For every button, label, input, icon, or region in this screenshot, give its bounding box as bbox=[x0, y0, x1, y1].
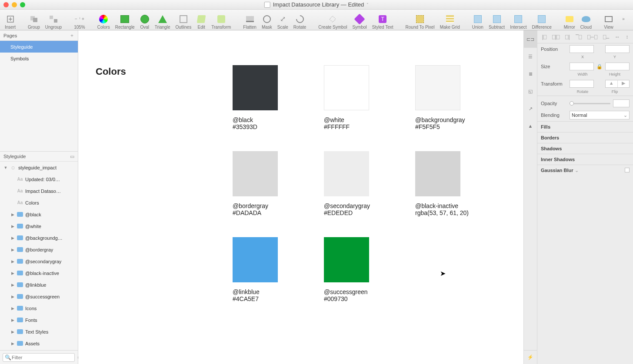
color-swatch[interactable]: @secondarygray#EDEDED bbox=[324, 151, 415, 216]
y-input[interactable] bbox=[605, 45, 630, 53]
align-bottom-icon[interactable]: ⎕⎽ bbox=[603, 34, 609, 40]
layer-row[interactable]: AaImpact Dataso… bbox=[0, 185, 78, 197]
chevron-down-icon[interactable]: ˅ bbox=[366, 3, 369, 7]
maximize-icon[interactable] bbox=[20, 2, 25, 7]
insert-button[interactable]: Insert bbox=[3, 10, 18, 30]
opacity-input[interactable] bbox=[613, 99, 630, 107]
layer-row[interactable]: ▶Icons bbox=[0, 302, 78, 314]
layer-row[interactable]: ▶@successgreen bbox=[0, 291, 78, 302]
make-grid-button[interactable]: Make Grid bbox=[438, 10, 462, 30]
oval-button[interactable]: Oval bbox=[138, 10, 152, 30]
layer-row[interactable]: ▶@white bbox=[0, 220, 78, 232]
tab-vector[interactable]: ↗ bbox=[524, 100, 537, 117]
ungroup-button[interactable]: Ungroup bbox=[43, 10, 64, 30]
disclosure-icon[interactable]: ▶ bbox=[10, 341, 15, 346]
flip-h-icon[interactable]: ▲ bbox=[606, 80, 618, 87]
disclosure-icon[interactable]: ▶ bbox=[10, 306, 15, 311]
tab-image[interactable]: ▲ bbox=[524, 117, 537, 135]
disclosure-icon[interactable]: ▼ bbox=[3, 165, 8, 170]
align-vcenter-icon[interactable]: ⎕─⎕ bbox=[587, 34, 597, 40]
blending-select[interactable]: Normal⌄ bbox=[570, 111, 630, 119]
disclosure-icon[interactable]: ▶ bbox=[10, 212, 15, 217]
zoom-in-icon[interactable]: + bbox=[82, 17, 84, 21]
close-icon[interactable] bbox=[3, 2, 9, 7]
layer-row[interactable]: ▶@backgroundg… bbox=[0, 232, 78, 244]
zoom-control[interactable]: − + 105% bbox=[72, 10, 87, 30]
create-symbol-button[interactable]: Create Symbol bbox=[316, 10, 349, 30]
rotate-input[interactable] bbox=[570, 80, 594, 88]
magnifier-icon[interactable] bbox=[79, 15, 80, 23]
layer-row[interactable]: ▶@bordergray bbox=[0, 244, 78, 255]
layer-row[interactable]: AaColors bbox=[0, 197, 78, 208]
align-left-icon[interactable]: |⎕ bbox=[542, 34, 546, 40]
height-input[interactable] bbox=[605, 63, 630, 70]
layer-row[interactable]: ▼▢styleguide_impact bbox=[0, 162, 78, 173]
layer-row[interactable]: ▶@black-inactive bbox=[0, 267, 78, 279]
disclosure-icon[interactable]: ▶ bbox=[10, 330, 15, 334]
opacity-slider[interactable] bbox=[570, 103, 610, 104]
color-swatch[interactable]: @black#35393D bbox=[233, 65, 324, 130]
page-item-styleguide[interactable]: Styleguide bbox=[0, 41, 78, 53]
round-to-pixel-button[interactable]: Round To Pixel bbox=[403, 10, 437, 30]
symbol-button[interactable]: Symbol bbox=[350, 10, 369, 30]
rotate-button[interactable]: Rotate bbox=[291, 10, 308, 30]
disclosure-icon[interactable]: ▶ bbox=[10, 248, 15, 252]
view-button[interactable]: View bbox=[602, 10, 616, 30]
transform-button[interactable]: Transform bbox=[209, 10, 233, 30]
gaussian-blur-section[interactable]: Gaussian Blur ⌄ bbox=[537, 165, 633, 176]
mirror-button[interactable]: Mirror bbox=[562, 10, 577, 30]
blur-checkbox[interactable] bbox=[625, 168, 630, 172]
page-item-symbols[interactable]: Symbols bbox=[0, 53, 78, 64]
disclosure-icon[interactable]: ▶ bbox=[10, 259, 15, 264]
disclosure-icon[interactable]: ▶ bbox=[10, 271, 15, 275]
lock-icon[interactable]: 🔒 bbox=[596, 64, 603, 69]
colors-button[interactable]: Colors bbox=[95, 10, 112, 30]
intersect-button[interactable]: Intersect bbox=[508, 10, 529, 30]
borders-section[interactable]: Borders bbox=[537, 132, 633, 143]
tab-export[interactable]: ⚡ bbox=[524, 350, 537, 364]
canvas[interactable]: Colors @black#35393D@white#FFFFFF@backgr… bbox=[78, 30, 523, 364]
subtract-button[interactable]: Subtract bbox=[486, 10, 507, 30]
tab-selection[interactable]: ◱ bbox=[524, 83, 537, 100]
union-button[interactable]: Union bbox=[470, 10, 486, 30]
difference-button[interactable]: Difference bbox=[530, 10, 554, 30]
cloud-button[interactable]: Cloud bbox=[578, 10, 594, 30]
scale-button[interactable]: ⤢Scale bbox=[275, 10, 290, 30]
outlines-button[interactable]: Outlines bbox=[173, 10, 193, 30]
distribute-h-icon[interactable]: ↔ bbox=[615, 34, 620, 40]
inner-shadows-section[interactable]: Inner Shadows bbox=[537, 154, 633, 165]
flip-v-icon[interactable]: ▶ bbox=[618, 80, 630, 87]
layer-row[interactable]: ▶Fonts bbox=[0, 314, 78, 326]
disclosure-icon[interactable]: ▶ bbox=[10, 283, 15, 287]
color-swatch[interactable]: @successgreen#009730 bbox=[324, 237, 415, 302]
color-swatch[interactable]: @backgroundgray#F5F5F5 bbox=[415, 65, 506, 130]
layer-row[interactable]: ▶Text Styles bbox=[0, 326, 78, 338]
filter-input[interactable] bbox=[3, 353, 75, 362]
distribute-v-icon[interactable]: ↕ bbox=[626, 34, 628, 40]
align-top-icon[interactable]: ⎺⎕ bbox=[576, 34, 582, 40]
color-swatch[interactable]: @linkblue#4CA5E7 bbox=[233, 237, 324, 302]
styled-text-button[interactable]: TStyled Text bbox=[370, 10, 396, 30]
shadows-section[interactable]: Shadows bbox=[537, 143, 633, 154]
x-input[interactable] bbox=[570, 45, 594, 53]
disclosure-icon[interactable]: ▶ bbox=[10, 295, 15, 299]
color-swatch[interactable]: @white#FFFFFF bbox=[324, 65, 415, 130]
layer-row[interactable]: ▶@linkblue bbox=[0, 279, 78, 291]
align-hcenter-icon[interactable]: ⎕|⎕ bbox=[552, 34, 560, 40]
artboard-menu-icon[interactable]: ▭ bbox=[70, 154, 74, 159]
toolbar-overflow[interactable]: » bbox=[616, 10, 630, 30]
group-button[interactable]: Group bbox=[26, 10, 42, 30]
layer-row[interactable]: ▶@secondarygray bbox=[0, 255, 78, 267]
tab-list[interactable]: ≣ bbox=[524, 65, 537, 83]
fills-section[interactable]: Fills bbox=[537, 121, 633, 132]
disclosure-icon[interactable]: ▶ bbox=[10, 318, 15, 322]
disclosure-icon[interactable]: ▶ bbox=[10, 236, 15, 240]
minimize-icon[interactable] bbox=[12, 2, 17, 7]
add-page-icon[interactable]: ＋ bbox=[70, 32, 74, 39]
tab-align[interactable]: ⊏⊐ bbox=[524, 30, 537, 48]
tab-layout[interactable]: ☰ bbox=[524, 48, 537, 65]
color-swatch[interactable]: @bordergray#DADADA bbox=[233, 151, 324, 216]
color-swatch[interactable]: @black-inactivergba(53, 57, 61, 20) bbox=[415, 151, 506, 216]
layer-row[interactable]: AaUpdated: 03/0… bbox=[0, 173, 78, 185]
align-right-icon[interactable]: ⎕| bbox=[565, 34, 570, 40]
